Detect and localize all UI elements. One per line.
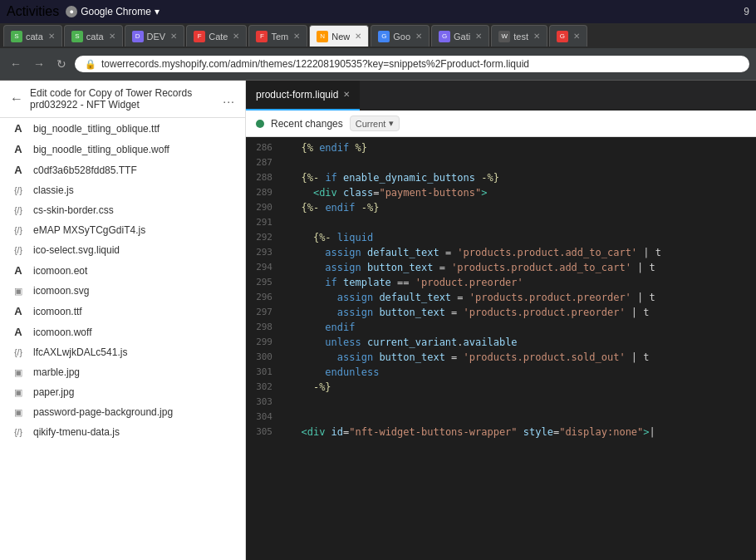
list-item[interactable]: {/} cs-skin-border.css <box>0 200 245 220</box>
tab-close-6[interactable]: ✕ <box>355 32 361 41</box>
code-area[interactable]: 286 287 288 289 290 291 292 293 294 295 … <box>246 137 756 560</box>
file-name: ico-select.svg.liquid <box>33 244 120 256</box>
browser-tab-2[interactable]: S cata ✕ <box>64 25 123 47</box>
browser-tab-3[interactable]: D DEV ✕ <box>125 25 185 47</box>
recent-changes-bar: Recent changes Current ▾ <box>246 111 756 137</box>
activities-label[interactable]: Activities <box>7 4 59 19</box>
list-item[interactable]: A big_noodle_titling_oblique.ttf <box>0 118 245 139</box>
system-time: 9 <box>744 6 749 17</box>
editor-tab-close[interactable]: ✕ <box>343 90 350 99</box>
tab-label-5: Tem <box>271 32 288 42</box>
list-item[interactable]: {/} classie.js <box>0 180 245 200</box>
image-icon: ▣ <box>10 286 27 297</box>
browser-tabs-row: S cata ✕ S cata ✕ D DEV ✕ F Cate ✕ F Tem… <box>0 23 756 48</box>
code-line-295: if template == 'product.preorder' <box>279 275 756 290</box>
browser-tab-10[interactable]: G ✕ <box>549 25 587 47</box>
line-num: 294 <box>246 260 279 275</box>
line-num: 300 <box>246 350 279 365</box>
tab-favicon-1: S <box>11 31 22 42</box>
tab-close-4[interactable]: ✕ <box>233 32 239 41</box>
forward-button[interactable]: → <box>30 56 48 72</box>
browser-tab-6[interactable]: N New ✕ <box>309 25 369 47</box>
tab-label-4: Cate <box>209 32 228 42</box>
code-line-286: {% endif %} <box>279 140 756 155</box>
line-num: 303 <box>246 395 279 410</box>
tab-favicon-2: S <box>71 31 83 42</box>
code-line-289: <div class="payment-buttons"> <box>279 185 756 200</box>
file-name: paper.jpg <box>33 386 74 398</box>
code-icon: {/} <box>10 206 27 215</box>
tab-close-8[interactable]: ✕ <box>475 32 482 41</box>
address-row: ← → ↻ 🔒 towerrecords.myshopify.com/admin… <box>0 48 756 80</box>
tab-close-2[interactable]: ✕ <box>109 32 115 41</box>
current-button[interactable]: Current ▾ <box>350 115 400 131</box>
font-icon: A <box>10 164 27 176</box>
reload-button[interactable]: ↻ <box>53 56 70 72</box>
list-item[interactable]: A c0df3a6b528fdd85.TTF <box>0 160 245 180</box>
file-name: eMAP MXSyTCgGdiT4.js <box>33 224 145 236</box>
sidebar-back-button[interactable]: ← <box>10 91 23 106</box>
tab-close-5[interactable]: ✕ <box>293 32 300 41</box>
code-line-301: endunless <box>279 365 756 380</box>
chrome-icon: ● <box>66 6 77 17</box>
code-content[interactable]: {% endif %} {%- if enable_dynamic_button… <box>279 137 756 560</box>
code-icon: {/} <box>10 186 27 195</box>
tab-close-9[interactable]: ✕ <box>533 32 540 41</box>
browser-chrome: S cata ✕ S cata ✕ D DEV ✕ F Cate ✕ F Tem… <box>0 23 756 81</box>
editor-tab-label: product-form.liquid <box>256 89 338 101</box>
code-line-302: -%} <box>279 380 756 395</box>
list-item[interactable]: A big_noodle_titling_oblique.woff <box>0 139 245 160</box>
code-line-290: {%- endif -%} <box>279 200 756 215</box>
browser-tab-8[interactable]: G Gati ✕ <box>431 25 489 47</box>
editor-tab-product-form[interactable]: product-form.liquid ✕ <box>246 81 360 111</box>
code-icon: {/} <box>10 348 27 357</box>
browser-tab-1[interactable]: S cata ✕ <box>3 25 62 47</box>
list-item[interactable]: A icomoon.ttf <box>0 301 245 322</box>
list-item[interactable]: ▣ password-page-background.jpg <box>0 402 245 422</box>
status-indicator <box>256 120 264 128</box>
tab-close-7[interactable]: ✕ <box>415 32 422 41</box>
line-num: 287 <box>246 155 279 170</box>
browser-tab-4[interactable]: F Cate ✕ <box>186 25 247 47</box>
tab-close-3[interactable]: ✕ <box>170 32 177 41</box>
line-num: 292 <box>246 230 279 245</box>
code-icon: {/} <box>10 428 27 437</box>
line-num: 295 <box>246 275 279 290</box>
list-item[interactable]: {/} lfcAXLwjkDALc541.js <box>0 342 245 362</box>
address-bar[interactable]: 🔒 towerrecords.myshopify.com/admin/theme… <box>75 56 749 72</box>
browser-tab-7[interactable]: G Goo ✕ <box>371 25 430 47</box>
code-line-300: assign button_text = 'products.product.s… <box>279 350 756 365</box>
file-name: cs-skin-border.css <box>33 204 114 216</box>
file-name: big_noodle_titling_oblique.ttf <box>33 123 160 135</box>
file-name: c0df3a6b528fdd85.TTF <box>33 165 137 176</box>
tab-close-1[interactable]: ✕ <box>48 32 55 41</box>
list-item[interactable]: ▣ paper.jpg <box>0 382 245 402</box>
list-item[interactable]: A icomoon.eot <box>0 260 245 281</box>
list-item[interactable]: A icomoon.woff <box>0 322 245 342</box>
tab-label-2: cata <box>86 32 104 42</box>
browser-tab-5[interactable]: F Tem ✕ <box>248 25 307 47</box>
tab-label-8: Gati <box>454 32 470 42</box>
line-num: 299 <box>246 335 279 350</box>
list-item[interactable]: {/} ico-select.svg.liquid <box>0 240 245 260</box>
list-item[interactable]: ▣ marble.jpg <box>0 362 245 382</box>
back-button[interactable]: ← <box>7 56 25 72</box>
font-icon: A <box>10 122 27 135</box>
editor-title: Edit code for Copy of Tower Records prd0… <box>30 87 216 111</box>
code-line-287 <box>279 155 756 170</box>
code-line-299: unless current_variant.available <box>279 335 756 350</box>
tab-label-9: test <box>513 32 528 42</box>
browser-tab-9[interactable]: W test ✕ <box>491 25 547 47</box>
tab-close-10[interactable]: ✕ <box>573 32 580 41</box>
browser-title: ● Google Chrome ▾ <box>66 6 160 17</box>
line-numbers: 286 287 288 289 290 291 292 293 294 295 … <box>246 137 279 560</box>
image-icon: ▣ <box>10 367 27 378</box>
recent-changes-label: Recent changes <box>271 118 343 130</box>
list-item[interactable]: ▣ icomoon.svg <box>0 281 245 301</box>
browser-chevron[interactable]: ▾ <box>155 6 160 17</box>
more-options-button[interactable]: ... <box>223 92 235 106</box>
list-item[interactable]: {/} qikify-tmenu-data.js <box>0 422 245 442</box>
current-label: Current <box>356 119 386 129</box>
image-icon: ▣ <box>10 407 27 418</box>
list-item[interactable]: {/} eMAP MXSyTCgGdiT4.js <box>0 220 245 240</box>
